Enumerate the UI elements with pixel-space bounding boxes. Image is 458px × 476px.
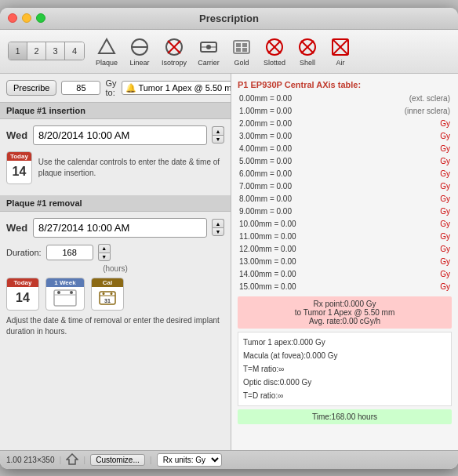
linear-icon [129, 36, 151, 58]
duration-stepper-down[interactable]: ▼ [98, 253, 111, 261]
svg-rect-11 [242, 43, 247, 47]
svg-point-29 [103, 293, 105, 295]
removal-cal2-header: Cal [92, 278, 123, 287]
table-row: 3.00mm = 0.00Gy [238, 130, 452, 143]
dose-summary: Tumor 1 apex:0.000 Gy Macula (at fovea):… [238, 332, 452, 406]
week-icon[interactable]: 1 Week [45, 278, 85, 311]
air-icon-item[interactable]: Air [325, 35, 356, 68]
removal-stepper-up[interactable]: ▲ [212, 219, 224, 227]
plaque-icon-item[interactable]: Plaque [91, 35, 122, 68]
svg-point-30 [111, 293, 113, 295]
isotropy-icon [163, 36, 185, 58]
tab-group: 1 2 3 4 [8, 42, 85, 60]
insertion-calendar-row: Today 14 Use the calendar controls to en… [6, 151, 224, 184]
dose-table: 0.00mm = 0.00(ext. sclera) 1.00mm = 0.00… [238, 93, 452, 293]
removal-stepper-down[interactable]: ▼ [212, 227, 224, 236]
air-label: Air [336, 59, 345, 67]
insertion-day: Wed [6, 129, 28, 141]
summary-row-4: Optic disc:0.000 Gy [243, 376, 446, 389]
svg-point-26 [70, 291, 73, 294]
toolbar-icons: Plaque Linear Isotropy [91, 35, 356, 68]
svg-rect-10 [236, 43, 241, 47]
table-row: 15.00mm = 0.00Gy [238, 281, 452, 293]
plaque-icon [96, 36, 118, 58]
table-row: 14.00mm = 0.00Gy [238, 268, 452, 281]
tab-4[interactable]: 4 [65, 42, 84, 60]
summary-row-1: Tumor 1 apex:0.000 Gy [243, 336, 446, 349]
dose-green: Time:168.00 hours [238, 409, 452, 424]
prescribe-button[interactable]: Prescribe [6, 80, 56, 96]
main-window: Prescription 1 2 3 4 Plaque Lin [0, 8, 458, 469]
duration-stepper-up[interactable]: ▲ [98, 244, 111, 253]
insertion-stepper: ▲ ▼ [212, 126, 224, 144]
table-row: 11.00mm = 0.00Gy [238, 231, 452, 243]
insertion-date-input[interactable] [33, 125, 207, 145]
gold-label: Gold [234, 59, 249, 67]
gy-label: Gy to: [105, 78, 116, 97]
duration-row: Duration: ▲ ▼ [6, 244, 224, 261]
table-row: 4.00mm = 0.00Gy [238, 143, 452, 155]
shell-label: Shell [300, 59, 315, 67]
prescribe-input[interactable] [61, 81, 100, 95]
summary-row-2: Macula (at fovea):0.000 Gy [243, 349, 446, 362]
duration-stepper: ▲ ▼ [98, 244, 111, 261]
gold-icon-item[interactable]: Gold [226, 35, 257, 68]
removal-section: Wed ▲ ▼ Duration: ▲ ▼ (hours) [0, 212, 231, 343]
tab-1[interactable]: 1 [9, 42, 27, 60]
table-row: 1.00mm = 0.00(inner sclera) [238, 105, 452, 118]
tab-2[interactable]: 2 [27, 42, 46, 60]
removal-hint: Adjust the date & time of removal or ent… [6, 316, 220, 336]
slotted-icon-item[interactable]: Slotted [259, 35, 290, 68]
insertion-calendar-icon[interactable]: Today 14 [6, 151, 32, 184]
svg-rect-12 [236, 48, 241, 52]
rx-line2: to Tumor 1 Apex @ 5.50 mm [242, 308, 447, 317]
customize-button[interactable]: Customize... [90, 454, 145, 466]
table-row: 9.00mm = 0.00Gy [238, 205, 452, 218]
status-sep1: | [59, 455, 61, 464]
svg-point-8 [206, 45, 211, 49]
removal-date-row: Wed ▲ ▼ [6, 218, 224, 238]
insertion-stepper-up[interactable]: ▲ [212, 126, 224, 135]
shell-icon-item[interactable]: Shell [292, 35, 323, 68]
hours-label: (hours) [6, 264, 224, 273]
removal-cal-header: Today [7, 278, 38, 287]
table-row: 6.00mm = 0.00Gy [238, 168, 452, 180]
removal-date-input[interactable] [33, 218, 207, 238]
week-body [46, 287, 84, 310]
dose-highlight: Rx point:0.000 Gy to Tumor 1 Apex @ 5.50… [238, 296, 452, 329]
isotropy-label: Isotropy [162, 59, 187, 67]
right-panel: P1 EP930P Central AXis table: 0.00mm = 0… [231, 74, 458, 450]
home-icon[interactable] [66, 453, 78, 466]
carrier-icon [198, 36, 220, 58]
minimize-button[interactable] [22, 13, 31, 23]
rx-units-select[interactable]: Rx units: Gy [157, 453, 222, 467]
removal-calendar-icon[interactable]: Today 14 [6, 278, 39, 311]
isotropy-icon-item[interactable]: Isotropy [157, 35, 191, 68]
svg-rect-13 [242, 48, 247, 52]
carrier-label: Carrier [198, 59, 220, 67]
tumor-select[interactable]: 🔔 Tumor 1 Apex @ 5.50 mm [122, 81, 231, 95]
rx-line3: Avg. rate:0.00 cGy/h [242, 317, 447, 325]
maximize-button[interactable] [36, 13, 45, 23]
insertion-hint: Use the calendar controls to enter the d… [38, 157, 224, 179]
shell-icon [296, 36, 318, 58]
removal-cal2-body: 31 [92, 287, 123, 310]
content-area: Prescribe Gy to: 🔔 Tumor 1 Apex @ 5.50 m… [0, 74, 458, 450]
table-row: 0.00mm = 0.00(ext. sclera) [238, 93, 452, 105]
window-title: Prescription [199, 13, 259, 24]
removal-calendar2-icon[interactable]: Cal 31 [91, 278, 124, 311]
duration-input[interactable] [46, 245, 93, 260]
rx-line1: Rx point:0.000 Gy [242, 300, 447, 308]
removal-header: Plaque #1 removal [0, 195, 231, 212]
carrier-icon-item[interactable]: Carrier [193, 35, 224, 68]
traffic-lights [8, 13, 45, 23]
close-button[interactable] [8, 13, 17, 23]
insertion-stepper-down[interactable]: ▼ [212, 135, 224, 144]
summary-row-5: T=D ratio:∞ [243, 389, 446, 402]
plaque-label: Plaque [96, 59, 118, 67]
table-row: 10.00mm = 0.00Gy [238, 218, 452, 231]
linear-icon-item[interactable]: Linear [124, 35, 155, 68]
removal-stepper: ▲ ▼ [212, 219, 224, 236]
svg-marker-0 [99, 39, 114, 53]
tab-3[interactable]: 3 [46, 42, 65, 60]
